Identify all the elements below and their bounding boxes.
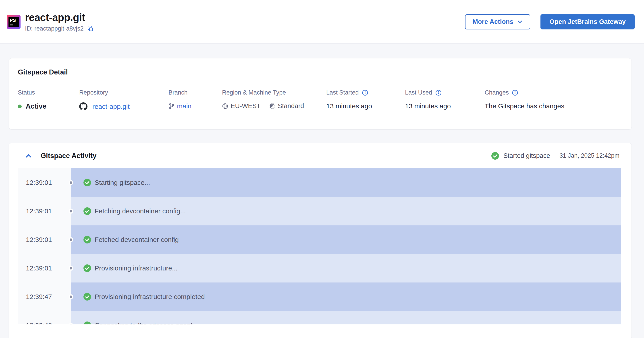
repository-link[interactable]: react-app.git (92, 103, 130, 110)
header-title-group: PS react-app.git ID: reactappgit-a8vjs2 (7, 11, 94, 32)
log-check-circle-icon (84, 179, 91, 186)
status-text: Active (26, 102, 46, 110)
gitspace-detail-card: Gitspace Detail Status Active Repository (9, 58, 632, 129)
repository-label: Repository (79, 89, 168, 96)
git-branch-icon (168, 103, 175, 109)
phpstorm-icon-inner: PS (8, 17, 19, 27)
github-icon (79, 102, 88, 111)
status-active-dot (18, 105, 22, 108)
last-started-value: 13 minutes ago (326, 102, 405, 110)
open-jetbrains-gateway-button[interactable]: Open JetBrains Gateway (540, 14, 635, 29)
log-row: 12:39:01 Starting gitspace... (18, 168, 621, 197)
region-text: EU-WEST (231, 102, 261, 110)
workspace-id-row: ID: reactappgit-a8vjs2 (25, 25, 94, 32)
last-used-info-icon[interactable] (435, 90, 442, 96)
field-changes: Changes The Gitspace has changes (485, 89, 564, 111)
machine-chip-icon (269, 103, 275, 109)
log-timestamp: 12:39:01 (18, 197, 71, 225)
log-timestamp: 12:39:01 (18, 254, 71, 283)
branch-label: Branch (168, 89, 222, 96)
changes-value: The Gitspace has changes (485, 102, 564, 110)
log-message: Fetched devcontainer config (94, 236, 179, 244)
activity-log-viewport[interactable]: 12:39:01 Starting gitspace... 12:39:01 (18, 168, 621, 325)
log-message: Starting gitspace... (94, 179, 150, 186)
region-machine-label: Region & Machine Type (222, 89, 326, 96)
changes-label: Changes (485, 89, 564, 96)
chevron-down-icon (517, 19, 522, 24)
log-timestamp: 12:39:01 (18, 168, 71, 197)
phpstorm-icon-underscore (10, 24, 14, 25)
main-content: Gitspace Detail Status Active Repository (0, 44, 644, 338)
machine-type-group: Standard (269, 102, 304, 110)
repository-value: react-app.git (79, 102, 168, 111)
gitspace-activity-card: Gitspace Activity Started gitspace 31 Ja… (9, 143, 632, 338)
activity-status-time: 31 Jan, 2025 12:42pm (560, 152, 620, 159)
timeline-dot-icon (69, 180, 73, 185)
log-row: 12:39:48 Connecting to the gitspace agen… (18, 311, 621, 325)
chevron-up-icon[interactable] (25, 152, 32, 159)
log-row: 12:39:47 Provisioning infrastructure com… (18, 283, 621, 311)
log-check-circle-icon (84, 264, 91, 272)
field-last-used: Last Used 13 minutes ago (405, 89, 485, 111)
detail-card-title: Gitspace Detail (18, 68, 632, 76)
branch-link[interactable]: main (177, 102, 192, 110)
globe-icon (222, 103, 228, 109)
more-actions-label: More Actions (472, 18, 514, 25)
title-block: react-app.git ID: reactappgit-a8vjs2 (25, 11, 94, 32)
log-message: Fetching devcontainer config... (94, 207, 186, 215)
log-entry: Fetched devcontainer config (71, 225, 621, 254)
field-region-machine: Region & Machine Type EU-WEST (222, 89, 326, 111)
log-message: Provisioning infrastructure... (94, 264, 178, 272)
log-message: Connecting to the gitspace agent (94, 322, 192, 325)
log-row: 12:39:01 Provisioning infrastructure... (18, 254, 621, 283)
log-check-circle-icon (84, 207, 91, 215)
last-used-value: 13 minutes ago (405, 102, 485, 110)
log-check-circle-icon (84, 236, 91, 244)
log-entry: Fetching devcontainer config... (71, 197, 621, 225)
phpstorm-icon: PS (7, 15, 20, 29)
page-title: react-app.git (25, 11, 94, 23)
timeline-dot-icon (69, 237, 73, 242)
log-timestamp: 12:39:47 (18, 283, 71, 311)
field-branch: Branch main (168, 89, 222, 111)
copy-icon[interactable] (87, 26, 94, 32)
log-row: 12:39:01 Fetching devcontainer config... (18, 197, 621, 225)
phpstorm-icon-label: PS (10, 18, 16, 23)
last-started-label: Last Started (326, 89, 405, 96)
changes-label-text: Changes (485, 89, 509, 96)
activity-title: Gitspace Activity (40, 152, 96, 160)
more-actions-button[interactable]: More Actions (465, 14, 530, 29)
field-last-started: Last Started 13 minutes ago (326, 89, 405, 111)
header-actions: More Actions Open JetBrains Gateway (465, 14, 635, 29)
activity-header: Gitspace Activity Started gitspace 31 Ja… (9, 143, 632, 168)
machine-type-text: Standard (278, 102, 304, 110)
page-header: PS react-app.git ID: reactappgit-a8vjs2 (0, 0, 644, 44)
log-message: Provisioning infrastructure completed (94, 293, 205, 301)
branch-value: main (168, 102, 222, 110)
log-row: 12:39:01 Fetched devcontainer config (18, 225, 621, 254)
changes-info-icon[interactable] (512, 90, 518, 96)
timeline-dot-icon (69, 266, 73, 271)
status-label: Status (18, 89, 79, 96)
log-entry: Connecting to the gitspace agent (71, 311, 621, 325)
last-used-label-text: Last Used (405, 89, 432, 96)
activity-status-group: Started gitspace 31 Jan, 2025 12:42pm (491, 152, 620, 160)
region-machine-value: EU-WEST Standard (222, 102, 326, 110)
log-timestamp: 12:39:48 (18, 311, 71, 325)
log-timestamp: 12:39:01 (18, 225, 71, 254)
timeline-dot-icon (69, 294, 73, 299)
workspace-id: ID: reactappgit-a8vjs2 (25, 25, 84, 32)
last-used-label: Last Used (405, 89, 485, 96)
log-entry: Provisioning infrastructure... (71, 254, 621, 283)
log-check-circle-icon (84, 322, 91, 325)
log-check-circle-icon (84, 293, 91, 301)
detail-fields: Status Active Repository rea (18, 89, 632, 111)
activity-status-label: Started gitspace (504, 152, 550, 159)
field-repository: Repository react-app.git (79, 89, 168, 111)
field-status: Status Active (18, 89, 79, 111)
log-entry: Provisioning infrastructure completed (71, 283, 621, 311)
timeline-dot-icon (69, 209, 73, 214)
last-started-info-icon[interactable] (362, 90, 368, 96)
check-circle-icon (491, 152, 499, 160)
status-value: Active (18, 102, 79, 110)
